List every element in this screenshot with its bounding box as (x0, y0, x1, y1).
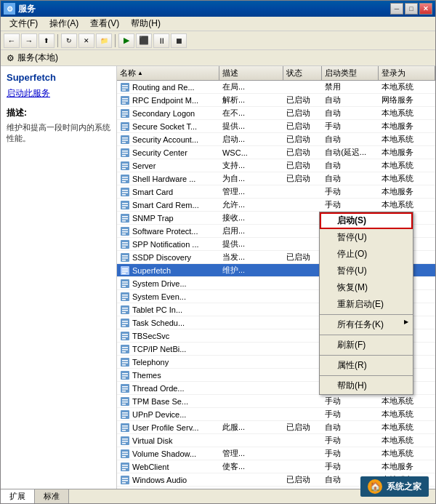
refresh-button[interactable]: ↻ (61, 33, 77, 48)
cell-service-name: Superfetch (117, 264, 219, 276)
menu-view[interactable]: 查看(V) (84, 16, 125, 31)
table-row[interactable]: Security Account... 启动... 已启动 自动 本地系统 (117, 133, 435, 146)
ctx-menu-item[interactable]: 重新启动(E) (320, 296, 413, 313)
menu-help[interactable]: 帮助(H) (125, 16, 166, 31)
service-icon (120, 148, 130, 158)
svg-rect-30 (122, 179, 128, 180)
col-header-status[interactable]: 状态 (283, 66, 323, 80)
menu-file[interactable]: 文件(F) (4, 16, 44, 31)
tab-extend[interactable]: 扩展 (1, 489, 35, 503)
ctx-menu-item[interactable]: 暂停(U) (320, 229, 413, 246)
svg-rect-34 (122, 192, 128, 193)
col-header-login[interactable]: 登录为 (379, 66, 435, 80)
svg-rect-2 (122, 87, 128, 89)
ctx-menu-item[interactable]: 刷新(F) (320, 337, 413, 353)
service-icon (120, 252, 130, 263)
cell-desc: 当发... (219, 251, 283, 263)
folder-button[interactable]: 📁 (96, 33, 112, 48)
ctx-menu-item[interactable]: 启动(S) (320, 212, 413, 229)
table-row[interactable]: Secondary Logon 在不... 已启动 自动 本地系统 (117, 107, 435, 120)
table-row[interactable]: Virtual Disk 手动 本地系统 (117, 434, 435, 447)
start-service-link[interactable]: 启动此服务 (7, 87, 110, 100)
table-row[interactable]: User Profile Serv... 此服... 已启动 自动 本地系统 (117, 421, 435, 434)
service-icon (120, 82, 130, 92)
cell-desc: 提供... (219, 238, 283, 250)
cell-status (283, 303, 323, 316)
table-row[interactable]: TPM Base Se... 手动 本地系统 (117, 395, 435, 408)
cell-startup: 手动 (322, 447, 379, 460)
menu-action[interactable]: 操作(A) (44, 16, 84, 31)
table-row[interactable]: Shell Hardware ... 为自... 已启动 自动 本地系统 (117, 172, 435, 185)
ctx-menu-item[interactable]: 所有任务(K) (320, 316, 413, 333)
ctx-menu-item[interactable]: 帮助(H) (320, 377, 413, 394)
table-row[interactable]: Secure Socket T... 提供... 已启动 手动 本地服务 (117, 120, 435, 133)
titlebar-buttons: ─ □ ✕ (390, 3, 432, 15)
cell-service-name: TCP/IP NetBi... (117, 343, 219, 355)
svg-rect-29 (122, 177, 128, 178)
minimize-button[interactable]: ─ (390, 3, 403, 15)
ctx-menu-item[interactable]: 恢复(M) (320, 279, 413, 296)
cell-status: 已启动 (283, 421, 323, 433)
addressbar: ⚙ 服务(本地) (1, 50, 435, 66)
service-icon (120, 305, 130, 315)
up-button[interactable]: ⬆ (39, 33, 54, 48)
cell-startup: 自动 (322, 159, 379, 172)
cell-service-name: System Even... (117, 290, 219, 303)
svg-rect-55 (122, 260, 126, 261)
svg-rect-101 (122, 412, 128, 414)
cell-status (283, 277, 323, 289)
back-button[interactable]: ← (4, 33, 20, 48)
table-row[interactable]: Security Center WSC... 已启动 自动(延迟... 本地服务 (117, 146, 435, 159)
table-row[interactable]: Smart Card Rem... 允许... 手动 本地系统 (117, 199, 435, 212)
cell-login: 本地系统 (379, 199, 435, 211)
close-button[interactable]: ✕ (419, 3, 432, 15)
titlebar-left: ⚙ 服务 (4, 3, 36, 15)
tab-standard[interactable]: 标准 (35, 489, 69, 503)
cell-service-name: Tablet PC In... (117, 303, 219, 316)
svg-rect-47 (122, 233, 126, 235)
stop-button[interactable]: ✕ (78, 33, 94, 48)
table-row[interactable]: Smart Card 管理... 手动 本地服务 (117, 185, 435, 199)
ctx-separator (320, 355, 413, 356)
table-row[interactable]: Volume Shadow... 管理... 手动 本地系统 (117, 447, 435, 460)
table-row[interactable]: WebClient 使客... 手动 本地服务 (117, 460, 435, 473)
pause-button[interactable]: ⏸ (153, 33, 169, 48)
svg-rect-43 (122, 220, 126, 222)
svg-rect-109 (122, 439, 128, 440)
service-icon (120, 475, 130, 485)
cell-login: 本地系统 (379, 408, 435, 420)
play-button[interactable]: ▶ (118, 33, 134, 48)
service-icon (120, 344, 130, 354)
ctx-menu-item[interactable]: 暂停(U) (320, 263, 413, 279)
cell-desc: 使客... (219, 460, 283, 473)
maximize-button[interactable]: □ (405, 3, 418, 15)
col-header-desc[interactable]: 描述 (219, 66, 283, 80)
forward-button[interactable]: → (21, 33, 37, 48)
ctx-menu-item[interactable]: 停止(O) (320, 246, 413, 263)
window-icon: ⚙ (4, 3, 15, 15)
cell-status (283, 460, 323, 473)
cell-desc (219, 329, 283, 342)
cell-service-name: Security Center (117, 146, 219, 159)
restart-button[interactable]: ⏹ (171, 33, 187, 48)
ctx-menu-item[interactable]: 属性(R) (320, 357, 413, 374)
col-header-name[interactable]: 名称 ▲ (117, 66, 219, 80)
right-panel: 名称 ▲ 描述 状态 启动类型 登录为 Routing and Re... 在局… (117, 66, 435, 489)
svg-rect-114 (122, 454, 128, 455)
service-icon (120, 187, 130, 197)
table-row[interactable]: UPnP Device... 手动 本地系统 (117, 408, 435, 421)
watermark: 🏠 系统之家 (360, 476, 429, 497)
col-header-startup[interactable]: 启动类型 (322, 66, 379, 80)
table-row[interactable]: Routing and Re... 在局... 禁用 本地系统 (117, 81, 435, 94)
toolbar: ← → ⬆ ↻ ✕ 📁 ▶ ⬛ ⏸ ⏹ (1, 31, 435, 50)
table-row[interactable]: RPC Endpoint M... 解析... 已启动 自动 网络服务 (117, 94, 435, 107)
menubar: 文件(F) 操作(A) 查看(V) 帮助(H) (1, 17, 435, 31)
svg-rect-11 (122, 116, 126, 117)
stop2-button[interactable]: ⬛ (136, 33, 152, 48)
svg-rect-93 (122, 386, 128, 388)
svg-rect-75 (122, 325, 126, 327)
table-row[interactable]: Server 支持... 已启动 自动 本地系统 (117, 159, 435, 172)
cell-status (283, 343, 323, 355)
cell-status (283, 264, 323, 276)
svg-rect-50 (122, 244, 128, 246)
